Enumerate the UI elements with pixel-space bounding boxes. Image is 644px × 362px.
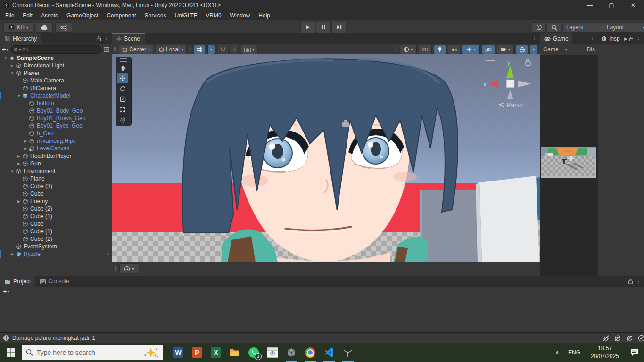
- search-button[interactable]: [547, 22, 561, 33]
- hierarchy-item[interactable]: Cube: [0, 190, 112, 197]
- hierarchy-item[interactable]: h_Geo: [0, 130, 112, 137]
- rect-tool-button[interactable]: [117, 104, 128, 115]
- hierarchy-item[interactable]: Plane: [0, 175, 112, 182]
- hierarchy-item[interactable]: ▶Ryzcle>: [0, 250, 112, 258]
- project-menu-button[interactable]: ⋮: [635, 278, 642, 285]
- lock-icon[interactable]: [628, 279, 633, 284]
- handle-space-dropdown[interactable]: Local▾: [156, 45, 187, 54]
- pause-button[interactable]: [316, 22, 331, 33]
- grid-snap-caret[interactable]: ▾: [207, 45, 215, 54]
- tab-hierarchy[interactable]: Hierarchy: [0, 33, 41, 44]
- expand-arrow[interactable]: ▶: [16, 154, 22, 158]
- menu-gameobject[interactable]: GameObject: [62, 12, 102, 19]
- hierarchy-item[interactable]: ▶Gun: [0, 160, 112, 167]
- menu-file[interactable]: File: [1, 12, 18, 19]
- tab-game[interactable]: Game: [540, 33, 572, 44]
- menu-services[interactable]: Services: [140, 12, 170, 19]
- hierarchy-item[interactable]: UICamera: [0, 84, 112, 92]
- display-option-truncated[interactable]: Dis: [583, 46, 595, 53]
- taskbar-app-excel[interactable]: X: [206, 343, 225, 362]
- expand-arrow[interactable]: ▶: [23, 147, 28, 151]
- hierarchy-item[interactable]: Cube (3): [0, 182, 112, 190]
- taskbar-app-chrome[interactable]: [301, 343, 320, 362]
- hierarchy-item[interactable]: Cube (2): [0, 205, 112, 213]
- minimize-button[interactable]: —: [579, 0, 601, 10]
- expand-arrow[interactable]: ▶: [9, 64, 15, 68]
- tray-expand-button[interactable]: ∧: [551, 349, 564, 356]
- effects-dropdown[interactable]: ▾: [462, 45, 480, 54]
- taskbar-app-word[interactable]: W: [169, 343, 188, 362]
- gizmos-toggle[interactable]: [516, 45, 528, 54]
- collab-button[interactable]: [55, 22, 72, 33]
- play-button[interactable]: [300, 22, 315, 33]
- menu-assets[interactable]: Assets: [37, 12, 62, 19]
- snap-increment-caret[interactable]: ▾: [231, 45, 239, 54]
- snap-increment-button[interactable]: [217, 45, 229, 54]
- game-menu-button[interactable]: ⋮: [589, 35, 596, 42]
- menu-edit[interactable]: Edit: [18, 12, 37, 19]
- expand-arrow[interactable]: ▼: [9, 169, 15, 173]
- menu-vrm0[interactable]: VRM0: [201, 12, 225, 19]
- pivot-mode-dropdown[interactable]: Center▾: [119, 45, 153, 54]
- layout-dropdown[interactable]: Layout▾: [603, 22, 644, 33]
- hierarchy-item[interactable]: Boy01_Body_Geo: [0, 107, 112, 115]
- hierarchy-item[interactable]: ▶mixamorig:Hips: [0, 137, 112, 145]
- taskbar-app-explorer[interactable]: [225, 343, 244, 362]
- expand-arrow[interactable]: ▼: [16, 94, 22, 98]
- taskbar-app-powerpoint[interactable]: P: [188, 343, 206, 362]
- scale-tool-button[interactable]: [117, 94, 128, 104]
- lock-icon[interactable]: [629, 36, 634, 41]
- undo-history-button[interactable]: [532, 22, 546, 33]
- activity-ok-icon[interactable]: [638, 335, 644, 342]
- expand-arrow[interactable]: ▶: [23, 139, 28, 143]
- tab-scene[interactable]: Scene: [112, 33, 145, 44]
- taskbar-search-box[interactable]: Type here to search: [22, 345, 163, 360]
- prefab-open-chevron[interactable]: >: [106, 252, 109, 257]
- clock[interactable]: 18.57 28/07/2025: [585, 345, 625, 360]
- hierarchy-item[interactable]: Cube (2): [0, 235, 112, 243]
- grid-snap-toggle[interactable]: [194, 45, 205, 54]
- maximize-button[interactable]: ▢: [601, 0, 622, 10]
- language-indicator[interactable]: ENG: [564, 349, 585, 356]
- lock-icon[interactable]: [96, 36, 101, 41]
- expand-arrow[interactable]: ▶: [16, 199, 22, 204]
- taskbar-app-whatsapp[interactable]: 3: [244, 343, 263, 362]
- create-object-button[interactable]: +▾: [2, 47, 8, 52]
- lighting-toggle[interactable]: [434, 45, 446, 54]
- status-message[interactable]: Damage peluru meningkat jadi: 1: [12, 335, 95, 341]
- hierarchy-item[interactable]: Main Camera: [0, 77, 112, 84]
- tab-inspector[interactable]: Insp: [598, 33, 623, 44]
- expand-arrow[interactable]: ▶: [9, 252, 15, 256]
- transform-tool-button[interactable]: [117, 115, 128, 125]
- 2d-toggle[interactable]: 2D: [419, 45, 432, 54]
- taskbar-app-unity-hub[interactable]: [282, 343, 301, 362]
- hierarchy-item[interactable]: bottom: [0, 99, 112, 107]
- menu-window[interactable]: Window: [226, 12, 255, 19]
- scene-visibility-toggle[interactable]: [482, 45, 495, 54]
- scene-menu-button[interactable]: ⋮: [531, 35, 538, 42]
- hierarchy-item[interactable]: Cube (1): [0, 228, 112, 235]
- hierarchy-item[interactable]: Cube: [0, 220, 112, 228]
- close-button[interactable]: ✕: [622, 0, 644, 10]
- menu-unigltf[interactable]: UniGLTF: [170, 12, 201, 19]
- hierarchy-search-input[interactable]: ▾ All: [10, 45, 102, 54]
- hierarchy-item[interactable]: ▶HealthBarPlayer: [0, 152, 112, 160]
- camera-settings-dropdown[interactable]: ▾: [497, 45, 514, 54]
- debugger-disabled-icon[interactable]: [603, 335, 610, 342]
- notification-center-button[interactable]: [625, 348, 644, 357]
- layers-dropdown[interactable]: Layers▾: [562, 22, 608, 33]
- hierarchy-item[interactable]: Boy01_Eyes_Geo: [0, 122, 112, 130]
- tab-console[interactable]: Console: [35, 276, 74, 287]
- cache-server-disabled-icon[interactable]: [614, 335, 621, 342]
- expand-arrow[interactable]: ▶: [16, 162, 22, 166]
- hierarchy-item[interactable]: EventSystem: [0, 243, 112, 250]
- hierarchy-item[interactable]: ▼SampleScene: [0, 54, 112, 62]
- hierarchy-item[interactable]: ▶Directional Light: [0, 62, 112, 69]
- start-button[interactable]: [0, 343, 22, 362]
- overlay-drag-handle[interactable]: ‖: [115, 265, 117, 272]
- move-tool-button[interactable]: [117, 73, 128, 83]
- taskbar-app-unity[interactable]: [339, 343, 357, 362]
- taskbar-app-chrome-window[interactable]: [263, 343, 282, 362]
- cloud-button[interactable]: [36, 22, 53, 33]
- account-button[interactable]: KH▾: [3, 22, 33, 33]
